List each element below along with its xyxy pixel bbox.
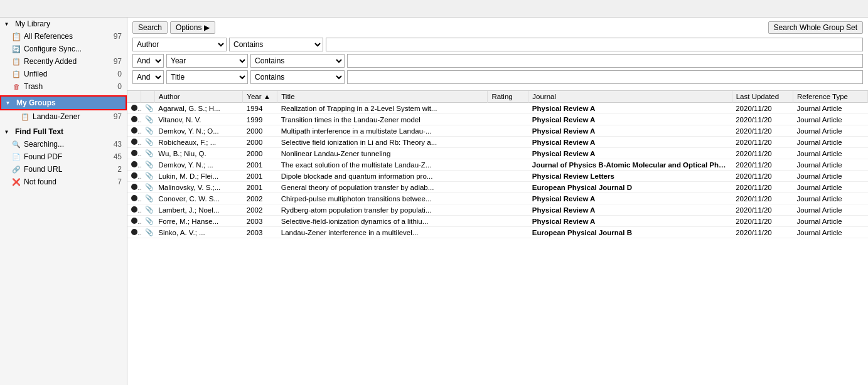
search-field-1[interactable]: Author Year Title Abstract Keywords Jour… [132,38,227,51]
table-row[interactable]: 📎 Vitanov, N. V. 1999 Transition times i… [127,114,868,125]
found-pdf-icon: 📄 [11,152,21,162]
found-url-icon: 🔗 [11,164,21,174]
table-row[interactable]: 📎 Demkov, Y. N.; ... 2001 The exact solu… [127,159,868,171]
sidebar-find-full-text-header[interactable]: Find Full Text [0,125,127,138]
row-reftype: Journal Article [793,204,868,216]
landau-zener-label: Landau-Zener [33,112,80,121]
search-field-3[interactable]: Author Year Title Abstract Keywords Jour… [166,70,248,84]
row-author: Robicheaux, F.; ... [154,137,243,148]
search-button[interactable]: Search [132,21,168,34]
row-journal: European Physical Journal B [528,227,732,238]
table-row[interactable]: 📎 Sinko, A. V.; ... 2003 Landau-Zener in… [127,227,868,238]
row-clip: 📎 [141,171,155,182]
row-reftype: Journal Article [793,227,868,238]
sidebar-my-groups[interactable]: My Groups [0,95,127,110]
sidebar-recently-added[interactable]: 📋 Recently Added 97 [0,55,127,68]
trash-label: Trash [24,82,43,91]
row-author: Agarwal, G. S.; H... [154,103,243,114]
search-cond-1[interactable]: Contains Is Begins With Ends With [229,38,323,51]
row-dot [127,103,141,114]
search-value-3[interactable] [347,70,863,84]
sidebar-not-found[interactable]: ❌ Not found 7 [0,176,127,188]
row-updated: 2020/11/20 [732,171,793,182]
table-row[interactable]: 📎 Conover, C. W. S... 2002 Chirped-pulse… [127,193,868,204]
search-value-2[interactable] [347,54,863,68]
col-header-journal[interactable]: Journal [528,91,732,103]
row-journal: Physical Review A [528,103,732,114]
row-title: Dipole blockade and quantum information … [277,171,488,182]
row-rating [488,216,528,227]
col-header-author[interactable]: Author [154,91,243,103]
row-updated: 2020/11/20 [732,148,793,159]
table-row[interactable]: 📎 Wu, B.; Niu, Q. 2000 Nonlinear Landau-… [127,148,868,159]
search-row-2: And Or Not Author Year Title Abstract Ke… [132,54,863,68]
configure-sync-label: Configure Sync... [24,45,82,53]
sidebar-trash[interactable]: 🗑 Trash 0 [0,80,127,93]
trash-count: 0 [117,82,124,91]
col-header-reftype[interactable]: Reference Type [793,91,868,103]
row-title: Rydberg-atom population transfer by popu… [277,204,488,216]
row-journal: Physical Review A [528,204,732,216]
search-value-1[interactable] [326,38,863,51]
row-clip: 📎 [141,193,155,204]
col-header-title[interactable]: Title [277,91,488,103]
search-cond-2[interactable]: Contains Is Begins With Ends With [250,54,345,68]
sidebar-unfiled[interactable]: 📋 Unfiled 0 [0,68,127,80]
not-found-icon: ❌ [11,177,21,187]
sidebar-found-pdf[interactable]: 📄 Found PDF 45 [0,150,127,163]
searching-icon: 🔍 [11,139,21,149]
table-row[interactable]: 📎 Lambert, J.; Noel... 2002 Rydberg-atom… [127,204,868,216]
sidebar-landau-zener[interactable]: 📋 Landau-Zener 97 [0,110,127,123]
sidebar-found-url[interactable]: 🔗 Found URL 2 [0,163,127,176]
row-updated: 2020/11/20 [732,159,793,171]
configure-sync-icon: 🔄 [11,44,21,54]
row-updated: 2020/11/20 [732,216,793,227]
row-title: General theory of population transfer by… [277,182,488,193]
row-year: 2000 [243,125,277,137]
row-rating [488,204,528,216]
find-full-text-label: Find Full Text [15,127,63,136]
table-row[interactable]: 📎 Malinovsky, V. S.;... 2001 General the… [127,182,868,193]
search-field-2[interactable]: Author Year Title Abstract Keywords Jour… [166,54,248,68]
table-row[interactable]: 📎 Robicheaux, F.; ... 2000 Selective fie… [127,137,868,148]
row-reftype: Journal Article [793,114,868,125]
row-rating [488,182,528,193]
sidebar-all-references[interactable]: 📋 All References 97 [0,30,127,43]
col-header-clip[interactable] [141,91,155,103]
sidebar-my-library[interactable]: My Library [0,18,127,30]
row-author: Lambert, J.; Noel... [154,204,243,216]
options-button[interactable]: Options ▶ [170,21,215,34]
col-header-year[interactable]: Year ▲ [243,91,277,103]
row-journal: Physical Review Letters [528,171,732,182]
my-groups-label: My Groups [16,98,56,107]
row-dot [127,114,141,125]
row-reftype: Journal Article [793,182,868,193]
row-year: 2000 [243,137,277,148]
sidebar-searching[interactable]: 🔍 Searching... 43 [0,138,127,150]
references-table: Author Year ▲ Title Rating Journal Last … [127,91,868,238]
search-bool-3[interactable]: And Or Not [132,70,164,84]
col-header-dot[interactable] [127,91,141,103]
col-header-updated[interactable]: Last Updated [732,91,793,103]
all-references-icon: 📋 [11,31,21,41]
row-journal: European Physical Journal D [528,182,732,193]
table-container[interactable]: Author Year ▲ Title Rating Journal Last … [127,91,868,385]
found-pdf-label: Found PDF [24,152,62,161]
row-clip: 📎 [141,103,155,114]
sidebar-configure-sync[interactable]: 🔄 Configure Sync... [0,43,127,55]
row-clip: 📎 [141,114,155,125]
results-area: Author Year ▲ Title Rating Journal Last … [127,91,868,385]
search-bool-2[interactable]: And Or Not [132,54,164,68]
table-row[interactable]: 📎 Lukin, M. D.; Flei... 2001 Dipole bloc… [127,171,868,182]
row-author: Demkov, Y. N.; O... [154,125,243,137]
search-cond-3[interactable]: Contains Is Begins With Ends With [250,70,345,84]
row-rating [488,125,528,137]
row-dot [127,148,141,159]
table-row[interactable]: 📎 Forre, M.; Hanse... 2003 Selective-fie… [127,216,868,227]
search-whole-group-button[interactable]: Search Whole Group Set [768,21,863,34]
table-row[interactable]: 📎 Demkov, Y. N.; O... 2000 Multipath int… [127,125,868,137]
row-dot [127,193,141,204]
table-row[interactable]: 📎 Agarwal, G. S.; H... 1994 Realization … [127,103,868,114]
col-header-rating[interactable]: Rating [488,91,528,103]
row-author: Malinovsky, V. S.;... [154,182,243,193]
